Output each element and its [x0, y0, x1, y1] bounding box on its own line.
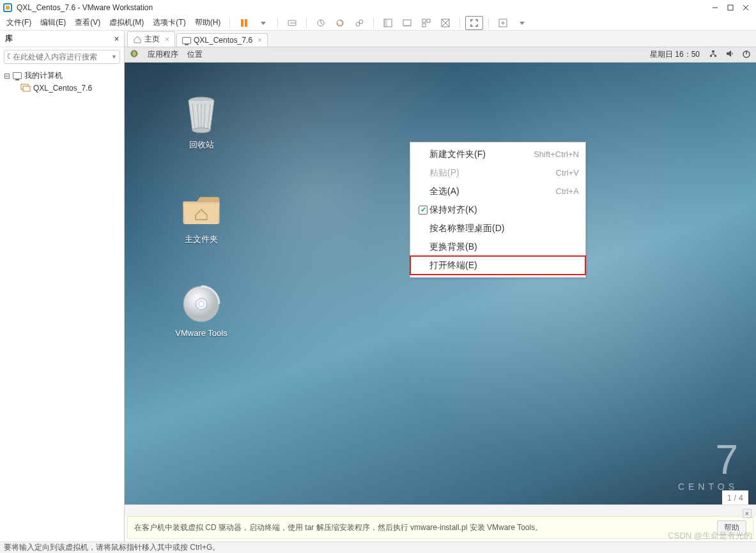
search-input[interactable]	[13, 52, 109, 61]
snapshot-button[interactable]	[312, 16, 330, 30]
ctx-paste: 粘贴(P) Ctrl+V	[410, 163, 585, 182]
home-icon	[133, 35, 142, 44]
svg-rect-33	[712, 50, 714, 52]
svg-rect-21	[422, 24, 426, 27]
guest-desktop[interactable]: 回收站 主文件夹	[125, 63, 756, 504]
sidebar-header: 库 ×	[0, 31, 124, 47]
monitor-icon	[182, 37, 191, 44]
divider	[277, 18, 278, 28]
checkbox-icon: ✔	[419, 206, 428, 215]
desktop-icon-home[interactable]: 主文件夹	[163, 189, 240, 245]
ctx-new-folder[interactable]: 新建文件夹(F) Shift+Ctrl+N	[410, 145, 585, 163]
svg-line-5	[743, 5, 748, 10]
view-single-button[interactable]	[379, 16, 397, 30]
ctx-keep-aligned[interactable]: ✔ 保持对齐(K)	[410, 201, 585, 219]
svg-rect-19	[422, 19, 426, 22]
stretch-guest-button[interactable]	[494, 16, 512, 30]
sidebar-search[interactable]: ▼	[4, 50, 120, 64]
desktop-context-menu: 新建文件夹(F) Shift+Ctrl+N 粘贴(P) Ctrl+V 全选(A)…	[410, 142, 586, 278]
snapshot-manager-button[interactable]	[350, 16, 368, 30]
sidebar-title: 库	[5, 33, 13, 44]
centos-branding: 7 CENTOS	[678, 444, 738, 492]
view-unity-button[interactable]	[436, 16, 454, 30]
view-console-button[interactable]	[398, 16, 416, 30]
clock[interactable]: 星期日 16：50	[650, 49, 700, 60]
minimize-button[interactable]	[707, 0, 723, 15]
window-title: QXL_Centos_7.6 - VMware Workstation	[17, 3, 707, 12]
svg-rect-20	[427, 19, 430, 22]
desktop-icon-vmtools-label: VMware Tools	[175, 328, 227, 338]
svg-marker-24	[520, 22, 525, 25]
svg-point-14	[359, 20, 363, 24]
menu-file[interactable]: 文件(F)	[3, 16, 35, 29]
desktop-icon-vmtools[interactable]: VMware Tools	[163, 284, 240, 338]
menu-vm[interactable]: 虚拟机(M)	[105, 16, 148, 29]
tab-vm[interactable]: QXL_Centos_7.6 ×	[176, 33, 268, 47]
svg-rect-6	[241, 19, 243, 27]
svg-rect-18	[403, 26, 411, 27]
enter-fullscreen-button[interactable]	[465, 16, 483, 30]
watermark: CSDN @生命是有光的	[668, 530, 752, 542]
svg-rect-32	[714, 55, 716, 57]
centos-version: 7	[678, 444, 738, 476]
send-ctrl-alt-del-button[interactable]	[283, 16, 301, 30]
ctx-open-terminal[interactable]: 打开终端(E)	[410, 256, 585, 275]
power-icon[interactable]	[742, 49, 751, 60]
toolbar-dropdown-2[interactable]	[513, 16, 531, 30]
hint-close-button[interactable]: ×	[743, 509, 752, 518]
tree-toggle-icon[interactable]: ⊟	[4, 72, 10, 80]
tabbar: 主页 × QXL_Centos_7.6 ×	[125, 31, 756, 47]
maximize-button[interactable]	[723, 0, 738, 15]
app-icon	[3, 3, 13, 13]
places-menu[interactable]: 位置	[187, 49, 203, 60]
applications-menu[interactable]: 应用程序	[148, 49, 178, 60]
desktop-icon-trash[interactable]: 回收站	[163, 95, 240, 151]
activities-icon[interactable]	[130, 49, 139, 60]
trash-icon	[181, 95, 222, 135]
network-icon[interactable]	[709, 49, 718, 60]
tab-home-label: 主页	[144, 34, 160, 45]
ctx-select-all[interactable]: 全选(A) Ctrl+A	[410, 182, 585, 201]
divider	[229, 18, 230, 28]
divider	[488, 18, 489, 28]
toolbar-dropdown[interactable]	[254, 16, 272, 30]
svg-rect-28	[23, 86, 30, 91]
hint-text: 在客户机中装载虚拟 CD 驱动器，启动终端，使用 tar 解压缩安装程序，然后执…	[134, 522, 543, 533]
tab-close-icon[interactable]: ×	[258, 36, 262, 45]
close-button[interactable]	[738, 0, 753, 15]
tab-home[interactable]: 主页 ×	[127, 31, 175, 47]
menu-tabs[interactable]: 选项卡(T)	[149, 16, 189, 29]
vm-icon	[20, 84, 31, 93]
tab-close-icon[interactable]: ×	[165, 35, 169, 44]
sidebar-close-button[interactable]: ×	[114, 34, 119, 43]
volume-icon[interactable]	[725, 49, 734, 60]
tree-root[interactable]: ⊟ 我的计算机	[1, 69, 123, 82]
view-thumbnail-button[interactable]	[417, 16, 435, 30]
search-icon	[7, 53, 10, 61]
page-counter: 1 / 4	[722, 490, 748, 504]
svg-point-25	[8, 54, 10, 59]
pause-button[interactable]	[235, 16, 253, 30]
ctx-organize[interactable]: 按名称整理桌面(D)	[410, 219, 585, 238]
svg-rect-7	[245, 19, 247, 27]
disc-icon	[181, 284, 222, 324]
folder-home-icon	[181, 189, 222, 230]
statusbar: 要将输入定向到该虚拟机，请将鼠标指针移入其中或按 Ctrl+G。	[0, 542, 756, 553]
svg-line-4	[743, 5, 748, 10]
search-dropdown[interactable]: ▼	[111, 54, 117, 60]
gnome-topbar: 应用程序 位置 星期日 16：50	[125, 47, 756, 63]
svg-marker-8	[261, 22, 266, 25]
svg-rect-1	[6, 6, 10, 10]
snapshot-revert-button[interactable]	[331, 16, 349, 30]
svg-point-37	[192, 128, 210, 133]
menu-view[interactable]: 查看(V)	[71, 16, 104, 29]
svg-rect-31	[710, 55, 712, 57]
tree-child[interactable]: QXL_Centos_7.6	[1, 82, 123, 94]
content-pane: 主页 × QXL_Centos_7.6 × 应用程序 位置 星期日 16：50	[125, 31, 756, 542]
ctx-change-background[interactable]: 更换背景(B)	[410, 238, 585, 256]
computer-icon	[13, 72, 22, 79]
horizontal-scrollbar[interactable]	[125, 504, 756, 516]
menu-help[interactable]: 帮助(H)	[191, 16, 225, 29]
menu-edit[interactable]: 编辑(E)	[36, 16, 70, 29]
desktop-icon-home-label: 主文件夹	[185, 234, 218, 245]
